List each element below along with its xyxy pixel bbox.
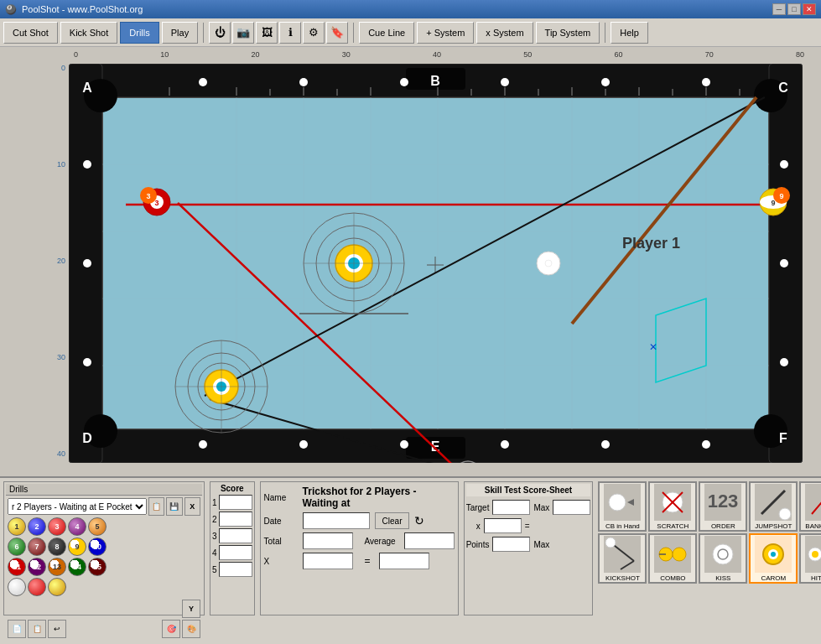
drills-btn-x[interactable]: X <box>184 497 200 516</box>
total-input[interactable] <box>303 532 353 549</box>
ball-5[interactable]: 5 <box>88 517 107 536</box>
ball-yellow[interactable] <box>48 578 66 596</box>
ball-10[interactable]: 10 <box>88 538 107 556</box>
x-system-button[interactable]: x System <box>476 22 533 44</box>
scratch-img <box>654 484 691 521</box>
combo-label: COMBO <box>660 574 685 582</box>
cue-line-button[interactable]: Cue Line <box>359 22 414 44</box>
svg-point-45 <box>780 358 788 366</box>
settings-icon: ⚙ <box>309 27 319 38</box>
max-input-1[interactable] <box>553 500 590 515</box>
svg-point-135 <box>605 538 616 548</box>
ball-12[interactable]: 12 <box>28 558 46 576</box>
shot-hitrail[interactable]: HITRAIL <box>799 533 821 584</box>
ball-red[interactable] <box>28 578 46 596</box>
order-label: ORDER <box>711 522 735 530</box>
ball-9[interactable]: 9 <box>68 538 86 556</box>
maximize-button[interactable]: □ <box>787 3 801 15</box>
ball-2[interactable]: 2 <box>28 517 46 536</box>
bookmark-icon: 🔖 <box>330 27 344 38</box>
score-label-2: 2 <box>212 515 217 524</box>
score-input-3[interactable] <box>219 528 252 543</box>
ball-13[interactable]: 13 <box>48 558 66 576</box>
drills-icon-btn-1[interactable]: 📋 <box>148 497 164 516</box>
score-input-2[interactable] <box>219 512 252 527</box>
bookmark-icon-btn[interactable]: 🔖 <box>326 22 348 44</box>
settings-icon-btn[interactable]: ⚙ <box>303 22 325 44</box>
refresh-icon[interactable]: ↻ <box>414 514 424 527</box>
ball-6[interactable]: 6 <box>8 538 26 556</box>
shot-jumpshot[interactable]: JUMPSHOT <box>749 481 798 532</box>
result-input[interactable] <box>379 553 429 569</box>
ball-15[interactable]: 15 <box>88 558 107 576</box>
image-icon-btn[interactable]: 🖼 <box>256 22 278 44</box>
equals-symbol-2: = <box>525 522 530 531</box>
minimize-button[interactable]: ─ <box>772 3 786 15</box>
ball-7[interactable]: 7 <box>28 538 46 556</box>
shot-kiss[interactable]: KISS <box>699 533 747 584</box>
tip-system-button[interactable]: Tip System <box>536 22 600 44</box>
action-btn-3[interactable]: ↩ <box>48 620 66 638</box>
score-label-3: 3 <box>212 532 217 541</box>
svg-point-40 <box>83 160 91 169</box>
separator-2 <box>353 23 354 43</box>
target-input[interactable] <box>492 500 530 515</box>
score-section: Score 1 2 3 4 5 <box>210 481 255 615</box>
ball-1[interactable]: 1 <box>8 517 26 536</box>
action-btn-2[interactable]: 📋 <box>28 620 46 638</box>
bankshot-img <box>805 484 821 521</box>
drills-button[interactable]: Drills <box>120 22 158 44</box>
plus-system-button[interactable]: + System <box>417 22 474 44</box>
shot-order[interactable]: 123 ORDER <box>699 481 747 532</box>
window-controls: ─ □ ✕ <box>772 3 816 15</box>
cut-shot-button[interactable]: Cut Shot <box>3 22 58 44</box>
shot-combo[interactable]: COMBO <box>648 533 697 584</box>
close-button[interactable]: ✕ <box>803 3 816 15</box>
ball-3[interactable]: 3 <box>48 517 66 536</box>
ball-14[interactable]: 14 <box>68 558 86 576</box>
multiply-input[interactable] <box>484 518 522 533</box>
x-input[interactable] <box>303 553 353 569</box>
drills-btn-y[interactable]: Y <box>182 600 200 618</box>
play-button[interactable]: Play <box>162 22 198 44</box>
score-input-1[interactable] <box>219 495 252 510</box>
camera-icon-btn[interactable]: 📷 <box>232 22 254 44</box>
ruler-top: 0 10 20 30 40 50 60 70 80 <box>74 50 804 64</box>
clear-button[interactable]: Clear <box>375 512 410 529</box>
shots-row-bottom: KICKSHOT COMBO <box>598 533 821 584</box>
ball-4[interactable]: 4 <box>68 517 86 536</box>
info-icon-btn[interactable]: ℹ <box>279 22 301 44</box>
kick-shot-button[interactable]: Kick Shot <box>60 22 117 44</box>
help-button[interactable]: Help <box>611 22 648 44</box>
cb-in-hand-label: CB in Hand <box>605 522 640 530</box>
drills-icon-btn-2[interactable]: 💾 <box>166 497 182 516</box>
ball-cue[interactable] <box>8 578 26 596</box>
x-symbol: x <box>476 522 481 531</box>
drills-dropdown[interactable]: r 2 Players - Waiting at E Pocket <box>8 498 147 515</box>
shot-carom[interactable]: CAROM <box>749 533 798 584</box>
score-row-3: 3 <box>212 528 252 543</box>
info-section: Name Trickshot for 2 Players - Waiting a… <box>260 481 459 615</box>
action-btn-5[interactable]: 🎨 <box>182 620 200 638</box>
drills-section: Drills r 2 Players - Waiting at E Pocket… <box>3 481 205 615</box>
action-btn-1[interactable]: 📄 <box>8 620 26 638</box>
average-input[interactable] <box>404 532 455 549</box>
shot-cb-in-hand[interactable]: CB in Hand <box>598 481 647 532</box>
date-label: Date <box>264 517 298 526</box>
main-area: 0 10 20 30 40 50 60 70 80 0 10 20 30 40 … <box>0 47 821 476</box>
score-input-5[interactable] <box>219 562 252 577</box>
svg-text:B: B <box>430 74 440 88</box>
svg-text:9: 9 <box>779 192 783 200</box>
ball-11[interactable]: 11 <box>8 558 26 576</box>
svg-text:A: A <box>82 80 92 95</box>
shot-kickshot[interactable]: KICKSHOT <box>598 533 647 584</box>
shot-bankshot[interactable]: BANKSHOT <box>799 481 821 532</box>
date-input[interactable] <box>303 512 370 529</box>
ball-8[interactable]: 8 <box>48 538 66 556</box>
separator-3 <box>605 23 605 43</box>
score-input-4[interactable] <box>219 545 252 560</box>
power-icon-btn[interactable]: ⏻ <box>209 22 231 44</box>
action-btn-4[interactable]: 🎯 <box>162 620 180 638</box>
shot-scratch[interactable]: SCRATCH <box>648 481 697 532</box>
points-input[interactable] <box>492 537 530 552</box>
